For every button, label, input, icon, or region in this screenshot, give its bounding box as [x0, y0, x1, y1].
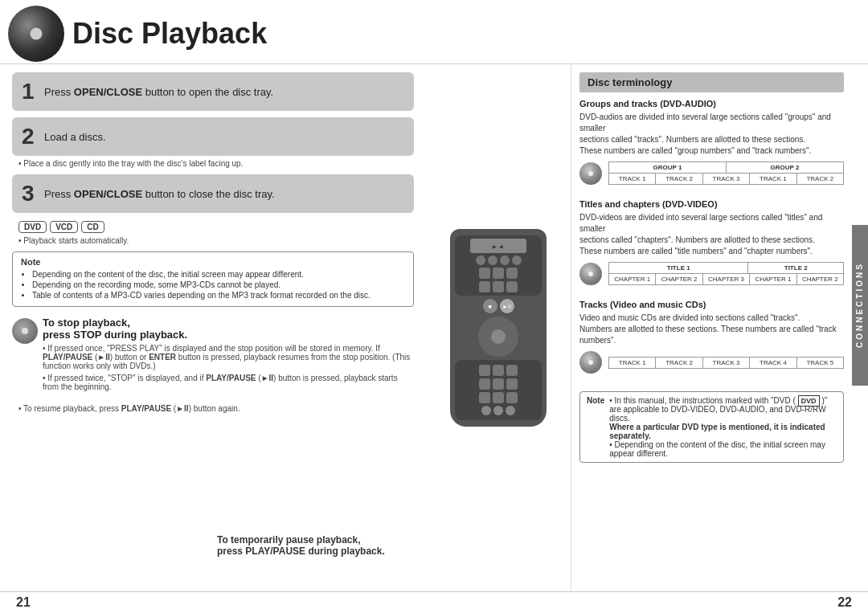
title2-header: TITLE 2: [748, 263, 843, 273]
remote-btn-row-2: [479, 268, 518, 279]
remote-btn-b4: [479, 378, 490, 390]
badge-vcd: VCD: [50, 221, 78, 233]
disc-badges: DVD VCD CD: [12, 221, 414, 233]
step-2-number: 2: [22, 124, 38, 149]
remote-btn-5: [479, 268, 490, 279]
step-1-text: Press OPEN/CLOSE button to open the disc…: [44, 86, 273, 98]
step-1-number: 1: [22, 79, 38, 104]
note-item-1: Depending on the content of the disc, th…: [32, 270, 405, 279]
remote-stop-btn: ■: [483, 299, 497, 313]
bottom-note-content: • In this manual, the instructions marke…: [609, 396, 837, 458]
remote-screen: ▶ ◀: [470, 239, 526, 253]
step-3-note: • Playback starts automatically.: [12, 236, 414, 245]
remote-btn-b8: [493, 392, 504, 403]
chap-t1-3: CHAPTER 3: [703, 274, 750, 284]
remote-btn-10: [506, 281, 518, 292]
groups-title: Groups and tracks (DVD-AUDIO): [579, 99, 844, 108]
tracks-disc-icon: [579, 351, 602, 374]
remote-btn-1: [476, 255, 485, 265]
groups-description: DVD-audios are divided into several larg…: [579, 112, 844, 157]
bottom-note-2: Where a particular DVD type is mentioned…: [609, 423, 837, 440]
remote-btn-3: [500, 255, 510, 265]
stop-note-2: • If pressed twice, "STOP" is displayed,…: [43, 374, 414, 391]
page-header: Disc Playback: [0, 0, 868, 64]
step-2-note: • Place a disc gently into the tray with…: [12, 159, 414, 168]
remote-btn-b2: [493, 365, 504, 376]
track-5: TRACK 5: [797, 358, 843, 368]
step-3-text: Press OPEN/CLOSE button to close the dis…: [44, 188, 275, 200]
note-box: Note Depending on the content of the dis…: [12, 251, 414, 307]
tracks-description: Video and music CDs are divided into sec…: [579, 313, 844, 346]
tracks-data-row: TRACK 1 TRACK 2 TRACK 3 TRACK 4 TRACK 5: [609, 358, 843, 368]
tracks-diagram: TRACK 1 TRACK 2 TRACK 3 TRACK 4 TRACK 5: [579, 351, 844, 374]
note-box-list: Depending on the content of the disc, th…: [21, 270, 405, 300]
main-content: 1 Press OPEN/CLOSE button to open the di…: [0, 64, 868, 591]
remote-top: ▶ ◀: [455, 235, 542, 296]
disc-logo: [8, 6, 64, 62]
chap-t2-1: CHAPTER 1: [750, 274, 796, 284]
term-section-titles: Titles and chapters (DVD-VIDEO) DVD-vide…: [579, 199, 844, 288]
page-title: Disc Playback: [72, 17, 267, 51]
remote-btn-4: [512, 255, 522, 265]
tracks-diagram-box: TRACK 1 TRACK 2 TRACK 3 TRACK 4 TRACK 5: [608, 357, 844, 369]
remote-btn-b9: [506, 392, 518, 403]
track-g1-3: TRACK 3: [703, 174, 750, 184]
page-right: 22: [837, 595, 852, 610]
chap-t2-2: CHAPTER 2: [797, 274, 843, 284]
titles-title: Titles and chapters (DVD-VIDEO): [579, 199, 844, 209]
stop-subheading: press STOP during playback.: [43, 329, 187, 341]
pause-heading: To temporarily pause playback,press PLAY…: [217, 534, 394, 557]
pause-section-bottom: • To resume playback, press PLAY/PAUSE (…: [12, 404, 414, 413]
note-item-3: Table of contents of a MP3-CD varies dep…: [32, 291, 405, 300]
stop-disc-icon: [12, 318, 38, 344]
stop-heading: To stop playback,press STOP during playb…: [43, 317, 414, 341]
remote-btn-round-2: [493, 406, 503, 415]
track-4: TRACK 4: [750, 358, 796, 368]
track-2: TRACK 2: [656, 358, 702, 368]
pause-subheading: press PLAY/PAUSE during playback.: [217, 546, 385, 557]
track-g1-1: TRACK 1: [609, 174, 656, 184]
remote-btn-b6: [506, 378, 518, 390]
step-2-text: Load a discs.: [44, 131, 106, 143]
groups-diagram-box: GROUP 1 GROUP 2 TRACK 1 TRACK 2 TRACK 3 …: [608, 161, 844, 185]
pause-resume-note: • To resume playback, press PLAY/PAUSE (…: [18, 404, 414, 413]
groups-data-row: TRACK 1 TRACK 2 TRACK 3 TRACK 1 TRACK 2: [609, 174, 843, 184]
remote-btn-round-3: [506, 406, 515, 415]
stop-section: To stop playback,press STOP during playb…: [12, 313, 414, 394]
titles-diagram: TITLE 1 TITLE 2 CHAPTER 1 CHAPTER 2 CHAP…: [579, 262, 844, 285]
remote-btn-b5: [493, 378, 504, 390]
bottom-note: Note • In this manual, the instructions …: [579, 391, 844, 463]
step-1-box: 1 Press OPEN/CLOSE button to open the di…: [12, 72, 414, 111]
titles-diagram-box: TITLE 1 TITLE 2 CHAPTER 1 CHAPTER 2 CHAP…: [608, 262, 844, 285]
groups-disc-icon: [579, 162, 602, 185]
remote-nav-circle: [478, 317, 518, 357]
titles-data-row: CHAPTER 1 CHAPTER 2 CHAPTER 3 CHAPTER 1 …: [609, 274, 843, 284]
remote-bottom-row-4: [460, 406, 537, 415]
stop-note-1: • If pressed once, "PRESS PLAY" is displ…: [43, 344, 414, 370]
bottom-note-1: • In this manual, the instructions marke…: [609, 396, 837, 423]
track-g2-2: TRACK 2: [797, 174, 843, 184]
remote-btn-9: [493, 281, 504, 292]
titles-header-row: TITLE 1 TITLE 2: [609, 263, 843, 274]
track-1: TRACK 1: [609, 358, 656, 368]
chap-t1-1: CHAPTER 1: [609, 274, 656, 284]
step-3-number: 3: [22, 181, 38, 206]
titles-disc-icon: [579, 263, 602, 285]
page-left: 21: [16, 595, 31, 610]
step-2-box: 2 Load a discs.: [12, 117, 414, 156]
group1-header: GROUP 1: [609, 162, 727, 173]
remote-btn-round-1: [481, 406, 491, 415]
remote-bottom-row-1: [460, 365, 537, 376]
remote-btn-row-3: [479, 281, 518, 292]
badge-cd: CD: [81, 221, 104, 233]
term-section-groups: Groups and tracks (DVD-AUDIO) DVD-audios…: [579, 99, 844, 188]
stop-text: To stop playback,press STOP during playb…: [43, 317, 414, 391]
chap-t1-2: CHAPTER 2: [656, 274, 702, 284]
remote-control: ▶ ◀: [450, 229, 547, 427]
remote-btn-8: [479, 281, 490, 292]
right-panel: Disc terminology Groups and tracks (DVD-…: [571, 64, 868, 591]
connections-tab: CONNECTIONS: [852, 225, 868, 386]
page-container: Disc Playback 1 Press OPEN/CLOSE button …: [0, 0, 868, 613]
disc-term-header: Disc terminology: [579, 72, 844, 92]
track-g1-2: TRACK 2: [656, 174, 702, 184]
